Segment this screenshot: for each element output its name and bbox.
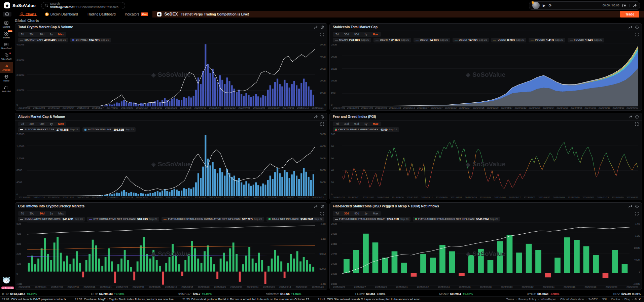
legend-chip[interactable]: FIAT-BACKED STABLECOIN CUMULATIVE NET IN… (162, 217, 264, 222)
tab-charts[interactable]: Charts (16, 12, 41, 16)
range-button[interactable]: 90d (352, 32, 362, 37)
info-icon[interactable] (321, 205, 324, 208)
expand-icon[interactable] (320, 33, 324, 36)
chart-canvas[interactable] (342, 222, 630, 286)
range-button[interactable]: 90d (352, 122, 362, 126)
range-button[interactable]: 7d (333, 32, 341, 37)
ticker-item[interactable]: ssiMeme: $19.66 +1.04% (266, 292, 301, 296)
miniplayer-icon[interactable] (622, 4, 626, 7)
sidebar-item-markets[interactable]: Markets (0, 19, 13, 30)
ticker-item[interactable]: DYDX: $0.6048 -3.98% (527, 292, 560, 296)
replay-icon[interactable]: ⟳ (548, 4, 551, 7)
footer-link[interactable]: Privacy Policy (518, 298, 536, 301)
legend-chip[interactable]: FIAT-BACKED STABLECOINS MCAP:$249.51BSep… (333, 217, 410, 222)
range-button[interactable]: 30d (27, 122, 37, 126)
sosovalue-logo[interactable]: ◆ SoSoValue (4, 2, 36, 8)
expand-icon[interactable] (635, 33, 639, 36)
sidebar-item-newsfeed[interactable]: NewsFeed (0, 40, 13, 51)
info-icon[interactable] (635, 115, 639, 119)
android-icon[interactable]: ⎊ (635, 298, 637, 301)
sidebar-item-tokenbar[interactable]: TokenBar® (0, 51, 13, 62)
chart-canvas[interactable] (342, 43, 638, 106)
legend-chip[interactable]: ETF CUMULATIVE NET INFLOWS:$18.93BSep 23 (87, 217, 159, 222)
apps-icon[interactable] (3, 12, 11, 16)
ticker-item[interactable]: MANA: $0.2954 +1.82% (439, 292, 473, 296)
ticker-item[interactable]: BSV: $24.39 0.00% (613, 292, 641, 296)
expand-icon[interactable] (635, 212, 639, 215)
range-button[interactable]: 90d (37, 122, 47, 126)
share-player-icon[interactable] (633, 4, 637, 7)
share-icon[interactable] (314, 26, 318, 29)
footer-link[interactable]: WhitePaper (541, 298, 556, 301)
share-icon[interactable] (629, 115, 632, 119)
ticker-item[interactable]: FLOW: $0.361 0.00% (355, 292, 385, 296)
sidebar-item-watchlist[interactable]: Watchlist (0, 83, 13, 94)
range-button[interactable]: 90d (37, 32, 47, 37)
tab-indicators[interactable]: Indicators Pro (120, 12, 152, 16)
legend-chip[interactable]: USDC:74.13BSep 23 (414, 38, 450, 42)
avatar[interactable] (532, 2, 540, 9)
range-button[interactable]: Max (370, 122, 381, 126)
range-button[interactable]: 90d (37, 211, 47, 216)
range-button[interactable]: 7d (18, 32, 27, 37)
range-button[interactable]: Max (56, 211, 66, 216)
range-button[interactable]: 7d (333, 122, 341, 126)
legend-chip[interactable]: USDS:8.20BSep 23 (491, 38, 526, 42)
news-item[interactable]: 21:49 OKX Star retweet reveals X Layer i… (318, 298, 420, 301)
info-icon[interactable] (635, 205, 639, 208)
play-icon[interactable]: ▶ (543, 4, 545, 7)
share-icon[interactable] (629, 205, 632, 208)
share-icon[interactable] (629, 26, 632, 29)
range-button[interactable]: 30d (341, 122, 351, 126)
range-button[interactable]: 7d (333, 211, 341, 216)
search-input[interactable]: Search SSI/Mag7/Meme/ETF/Coin/Index/Char… (41, 2, 125, 9)
tab-bitcoin-dashboard[interactable]: ₿ Bitcoin Dashboard (41, 12, 82, 16)
sodex-banner[interactable]: ◆ SoDEX Testnet Perps Trading Competitio… (152, 11, 644, 18)
legend-chip[interactable]: CUMULATIVE NET INFLOWS:$46.65BSep 23 (18, 217, 85, 222)
legend-chip[interactable]: USDE:14.15BSep 23 (453, 38, 489, 42)
tab-trading-dashboard[interactable]: Trading Dashboard (82, 12, 120, 16)
chart-canvas[interactable] (27, 222, 315, 286)
footer-link[interactable]: SSI (602, 298, 607, 301)
x-icon[interactable]: X (639, 298, 641, 301)
footer-link[interactable]: Terms (506, 298, 514, 301)
range-button[interactable]: 30d (341, 211, 352, 216)
legend-chip[interactable]: FDUSD:1.14BSep 23 (568, 38, 604, 42)
expand-icon[interactable] (635, 122, 639, 126)
range-button[interactable]: Max (370, 32, 381, 37)
info-icon[interactable] (321, 115, 324, 119)
sidebar-item-macro[interactable]: Macro (0, 73, 13, 83)
ticker-item[interactable]: ETH: $4,208.33 +0.18% (91, 292, 124, 296)
range-button[interactable]: Max (56, 32, 67, 37)
range-button[interactable]: 7d (18, 211, 27, 216)
info-icon[interactable] (635, 26, 639, 29)
sidebar-item-indexes[interactable]: Buy Indexes (0, 30, 13, 40)
range-button[interactable]: 90d (352, 211, 362, 216)
range-button[interactable]: 1y (47, 122, 56, 126)
legend-chip[interactable]: MCAP:273.18BSep 23 (333, 38, 371, 42)
legend-chip[interactable]: DAILY NET INFLOWS:$340.26MSep 22 (266, 217, 324, 222)
legend-chip[interactable]: CRYPTO FEAR & GREED INDEX:43.00Sep 22 (333, 127, 399, 132)
footer-link[interactable]: SoDEX (588, 298, 598, 301)
chart-canvas[interactable] (27, 133, 315, 196)
news-item[interactable]: 21:55 Bitcoin-first protocol Portal to B… (182, 298, 309, 301)
range-button[interactable]: 1y (47, 211, 56, 216)
ticker-item[interactable]: ssiMAG7: $26.7 +0.06% (178, 292, 212, 296)
share-icon[interactable] (314, 205, 318, 208)
legend-chip[interactable]: 24H VOL:104.72BSep 21 (70, 38, 111, 42)
news-item[interactable]: 22:01 OKX will launch AVNT perpetual con… (2, 298, 66, 301)
legend-chip[interactable]: USDT:172.16BSep 23 (373, 38, 411, 42)
legend-chip[interactable]: PYUSD:1.41BSep 23 (529, 38, 565, 42)
range-button[interactable]: 7d (18, 122, 27, 126)
legend-chip[interactable]: FIAT-BACKED STABLECOINS NET INFLOWS:$340… (413, 217, 500, 222)
range-button[interactable]: Max (56, 122, 67, 126)
chart-canvas[interactable] (27, 43, 315, 106)
range-button[interactable]: 1y (362, 211, 370, 216)
range-button[interactable]: Max (370, 211, 381, 216)
footer-link[interactable]: Cookie (611, 298, 620, 301)
range-button[interactable]: 30d (341, 32, 351, 37)
range-button[interactable]: 30d (27, 32, 37, 37)
legend-chip[interactable]: MARKET CAP:4019.48BSep 21 (18, 38, 68, 42)
footer-link[interactable]: Blog (624, 298, 630, 301)
footer-link[interactable]: Official Verification (560, 298, 584, 301)
